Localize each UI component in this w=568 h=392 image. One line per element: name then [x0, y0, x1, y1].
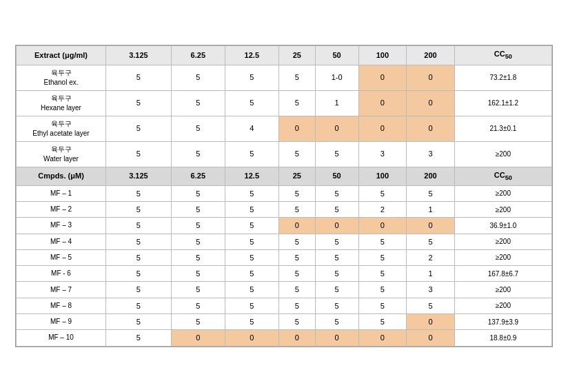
table-cell: 5 [358, 249, 407, 265]
table-cell: 5 [358, 266, 407, 282]
table-row: MF – 55555552≥200 [17, 249, 552, 265]
table-row: MF – 10500000018.8±0.9 [17, 330, 552, 346]
table-cell: 5 [225, 218, 278, 234]
table-cell: 167.8±6.7 [454, 266, 551, 282]
row-label: MF – 2 [17, 201, 106, 217]
table-cell: 5 [315, 266, 358, 282]
table-cell: 5 [106, 282, 172, 298]
table-cell: 5 [106, 116, 172, 141]
table-row: MF – 3555000036.9±1.0 [17, 218, 552, 234]
table-cell: 5 [171, 282, 225, 298]
table-cell: 5 [106, 185, 172, 201]
table-cell: 5 [171, 90, 225, 116]
table-cell: 0 [358, 330, 407, 346]
table-row: MF – 25555521≥200 [17, 201, 552, 217]
row-label: MF – 9 [17, 314, 106, 330]
col-header-2: 12.5 [225, 46, 278, 65]
col-header2-1: 6.25 [171, 167, 225, 185]
table-cell: 3 [407, 282, 455, 298]
table-cell: 0 [407, 330, 455, 346]
table-cell: 5 [315, 282, 358, 298]
table-cell: 0 [358, 218, 407, 234]
table-cell: 5 [171, 314, 225, 330]
table-cell: 5 [171, 266, 225, 282]
table-cell: 5 [407, 185, 455, 201]
col-header2-4: 50 [315, 167, 358, 185]
table-cell: 0 [225, 330, 278, 346]
table-cell: 5 [278, 185, 315, 201]
row-label: MF – 1 [17, 185, 106, 201]
table-cell: 5 [171, 141, 225, 167]
table-cell: ≥200 [454, 185, 551, 201]
table-cell: 5 [278, 141, 315, 167]
col-header2-3: 25 [278, 167, 315, 185]
table-cell: 5 [225, 65, 278, 90]
table-cell: 73.2±1.8 [454, 65, 551, 90]
table-cell: 5 [278, 249, 315, 265]
table-cell: 5 [106, 314, 172, 330]
table-cell: 5 [358, 234, 407, 249]
table-cell: 5 [106, 330, 172, 346]
table-cell: 5 [278, 314, 315, 330]
table-cell: ≥200 [454, 234, 551, 249]
col-header2-6: 200 [407, 167, 455, 185]
table-cell: 0 [407, 116, 455, 141]
table-cell: 5 [225, 90, 278, 116]
table-cell: 5 [358, 185, 407, 201]
table-cell: 3 [407, 141, 455, 167]
table-cell: 5 [407, 298, 455, 313]
col-header2-5: 100 [358, 167, 407, 185]
table-row: MF – 95555550137.9±3.9 [17, 314, 552, 330]
table-row: MF – 85555555≥200 [17, 298, 552, 313]
table-cell: 0 [315, 116, 358, 141]
col-header-1: 6.25 [171, 46, 225, 65]
table-cell: ≥200 [454, 141, 551, 167]
table-row: 육두구Ethyl acetate layer554000021.3±0.1 [17, 116, 552, 141]
table-cell: ≥200 [454, 249, 551, 265]
col-header-3: 25 [278, 46, 315, 65]
table-row: MF – 15555555≥200 [17, 185, 552, 201]
table-cell: 1 [407, 201, 455, 217]
table-cell: 5 [106, 65, 172, 90]
table-cell: 36.9±1.0 [454, 218, 551, 234]
row-label: MF – 5 [17, 249, 106, 265]
table-cell: 0 [407, 218, 455, 234]
col-header2-0: 3.125 [106, 167, 172, 185]
col-header2-7: CC50 [454, 167, 551, 185]
table-cell: 1 [315, 90, 358, 116]
table-cell: 5 [278, 201, 315, 217]
table-cell: 18.8±0.9 [454, 330, 551, 346]
table-cell: 5 [106, 218, 172, 234]
table-cell: 5 [225, 298, 278, 313]
table-cell: 21.3±0.1 [454, 116, 551, 141]
table-cell: 137.9±3.9 [454, 314, 551, 330]
table-cell: 5 [225, 141, 278, 167]
col-header-0: 3.125 [106, 46, 172, 65]
table-cell: 5 [171, 234, 225, 249]
table-row: MF – 75555553≥200 [17, 282, 552, 298]
table-cell: 5 [225, 314, 278, 330]
table-cell: 0 [278, 218, 315, 234]
table-cell: 5 [278, 90, 315, 116]
table-cell: 3 [358, 141, 407, 167]
table-row: 육두구Ethanol ex.55551-00073.2±1.8 [17, 65, 552, 90]
extract-header: Extract (μg/ml) [17, 46, 106, 65]
table-cell: 0 [315, 218, 358, 234]
table-cell: 5 [106, 90, 172, 116]
table-cell: 5 [106, 201, 172, 217]
table-row: MF – 45555555≥200 [17, 234, 552, 249]
table-cell: 5 [171, 201, 225, 217]
row-label: 육두구Hexane layer [17, 90, 106, 116]
table-cell: 5 [106, 266, 172, 282]
table-cell: 4 [225, 116, 278, 141]
table-row: 육두구Hexane layer5555100162.1±1.2 [17, 90, 552, 116]
row-label: MF – 3 [17, 218, 106, 234]
table-cell: 2 [407, 249, 455, 265]
table-cell: 5 [225, 201, 278, 217]
col-header-5: 100 [358, 46, 407, 65]
table-row: 육두구Water layer5555533≥200 [17, 141, 552, 167]
table-cell: 5 [225, 249, 278, 265]
table-cell: 5 [315, 185, 358, 201]
table-cell: 5 [225, 282, 278, 298]
row-label: 육두구Ethanol ex. [17, 65, 106, 90]
